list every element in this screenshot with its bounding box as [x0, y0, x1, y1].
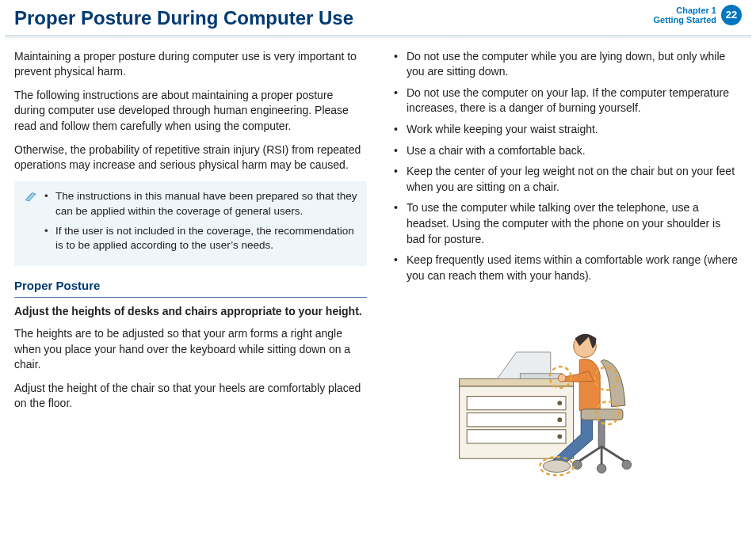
body-paragraph: Adjust the height of the chair so that y… [14, 381, 367, 412]
svg-point-9 [543, 460, 571, 472]
sub-heading-bold: Adjust the heights of desks and chairs a… [14, 304, 367, 320]
svg-rect-0 [459, 379, 573, 387]
page-title: Proper Posture During Computer Use [14, 5, 353, 32]
svg-rect-8 [520, 374, 562, 379]
note-icon [22, 189, 40, 203]
right-column: Do not use the computer while you are ly… [389, 49, 742, 482]
svg-point-10 [558, 374, 566, 382]
chapter-line2: Getting Started [654, 15, 716, 25]
svg-point-19 [597, 464, 606, 473]
content-columns: Maintaining a proper posture during comp… [0, 44, 756, 482]
intro-paragraph-1: Maintaining a proper posture during comp… [14, 49, 367, 80]
header-divider [5, 35, 751, 40]
page-number: 22 [726, 8, 737, 22]
chapter-line1: Chapter 1 [654, 6, 716, 15]
note-box: The instructions in this manual have bee… [14, 181, 367, 267]
svg-point-7 [557, 435, 562, 439]
list-item: Keep frequently used items within a comf… [389, 253, 742, 283]
list-item: Do not use the computer while you are ly… [389, 49, 742, 80]
svg-point-6 [557, 418, 562, 423]
svg-point-18 [622, 460, 632, 469]
page-number-badge: 22 [721, 5, 742, 25]
section-heading: Proper Posture [14, 277, 367, 298]
list-item: Keep the center of your leg weight not o… [389, 164, 742, 195]
svg-rect-12 [581, 409, 623, 420]
left-column: Maintaining a proper posture during comp… [14, 49, 367, 482]
posture-tips-list: Do not use the computer while you are ly… [389, 49, 742, 284]
note-item: If the user is not included in the cover… [44, 224, 359, 254]
chapter-label: Chapter 1 Getting Started [654, 6, 716, 25]
note-list: The instructions in this manual have bee… [44, 189, 359, 259]
svg-rect-2 [467, 397, 566, 410]
svg-rect-4 [467, 430, 566, 443]
note-item: The instructions in this manual have bee… [44, 189, 359, 219]
header-right: Chapter 1 Getting Started 22 [654, 5, 742, 25]
svg-rect-3 [467, 413, 566, 427]
svg-point-5 [557, 401, 562, 406]
intro-paragraph-3: Otherwise, the probability of repetitive… [14, 143, 367, 173]
svg-line-15 [601, 447, 627, 462]
list-item: Do not use the computer on your lap. If … [389, 86, 742, 116]
list-item: Use a chair with a comfortable back. [389, 143, 742, 159]
list-item: To use the computer while talking over t… [389, 200, 742, 247]
page-header: Proper Posture During Computer Use Chapt… [0, 0, 756, 35]
posture-illustration [389, 291, 742, 481]
list-item: Work while keeping your waist straight. [389, 122, 742, 138]
intro-paragraph-2: The following instructions are about mai… [14, 88, 367, 135]
body-paragraph: The heights are to be adjusted so that y… [14, 326, 367, 373]
